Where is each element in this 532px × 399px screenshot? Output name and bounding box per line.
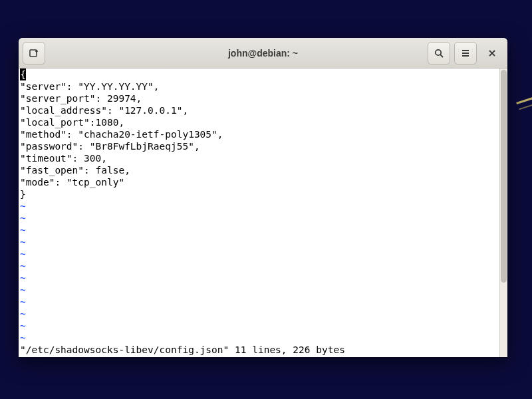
svg-point-3 (436, 49, 441, 55)
menu-button[interactable] (454, 42, 477, 65)
scrollbar-thumb[interactable] (501, 70, 507, 283)
search-icon (434, 48, 444, 59)
empty-line-marker: ~ (20, 297, 26, 307)
scrollbar[interactable] (499, 68, 507, 357)
empty-line-marker: ~ (20, 332, 26, 343)
empty-line-marker: ~ (20, 321, 26, 331)
empty-line-marker: ~ (20, 237, 26, 247)
empty-line-marker: ~ (20, 273, 26, 283)
close-button[interactable] (481, 42, 503, 65)
search-button[interactable] (428, 42, 450, 65)
status-line: "/etc/shadowsocks-libev/config.json" 11 … (20, 344, 345, 355)
hamburger-icon (460, 48, 471, 59)
svg-line-4 (440, 55, 443, 57)
empty-line-marker: ~ (20, 225, 26, 235)
new-tab-icon (29, 48, 39, 59)
close-icon (487, 49, 497, 58)
new-tab-button[interactable] (23, 42, 45, 65)
empty-line-marker: ~ (20, 285, 26, 295)
empty-line-marker: ~ (20, 261, 26, 271)
background-streak (516, 100, 532, 126)
terminal-content[interactable]: { "server": "YY.YY.YY.YY", "server_port"… (19, 68, 499, 357)
empty-line-marker: ~ (20, 213, 26, 223)
empty-line-marker: ~ (20, 201, 26, 211)
empty-line-marker: ~ (20, 309, 26, 319)
terminal-area[interactable]: { "server": "YY.YY.YY.YY", "server_port"… (19, 68, 507, 357)
headerbar: john@debian: ~ (19, 38, 507, 68)
empty-line-marker: ~ (20, 249, 26, 259)
cursor: { (20, 68, 26, 80)
terminal-window: john@debian: ~ (19, 38, 507, 357)
